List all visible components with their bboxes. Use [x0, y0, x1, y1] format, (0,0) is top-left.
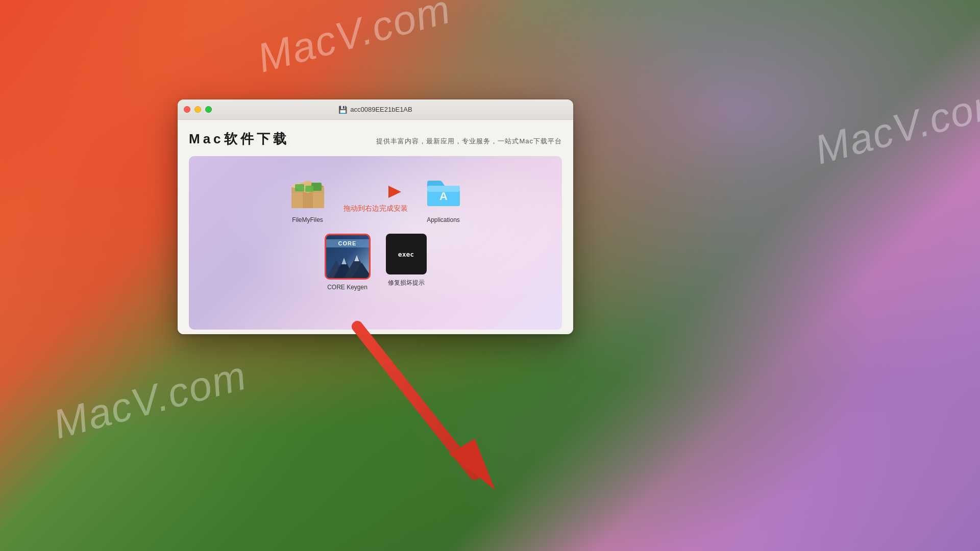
svg-text:A: A: [439, 190, 448, 203]
applications-wrapper: A Applications: [423, 171, 464, 223]
minimize-button[interactable]: [194, 106, 201, 113]
maximize-button[interactable]: [205, 106, 212, 113]
svg-marker-11: [388, 186, 401, 198]
close-button[interactable]: [184, 106, 190, 113]
header-section: Mac软件下载 提供丰富内容，最新应用，专业服务，一站式Mac下载平台: [189, 130, 562, 148]
core-mountain-graphic: [326, 250, 371, 278]
svg-rect-9: [305, 186, 313, 192]
filemyfiles-label: FileMyFiles: [292, 216, 323, 223]
disk-icon: 💾: [338, 106, 347, 114]
app-subtitle: 提供丰富内容，最新应用，专业服务，一站式Mac下载平台: [376, 137, 562, 146]
arrow-container: 拖动到右边完成安装: [344, 182, 408, 213]
svg-rect-6: [303, 193, 313, 208]
core-keygen-wrapper: CORE: [325, 234, 371, 291]
exec-label: 修复损坏提示: [388, 279, 425, 287]
install-arrow: [350, 182, 401, 202]
install-row: FileMyFiles 拖动到右边完成安装: [199, 171, 552, 223]
traffic-lights: [184, 106, 212, 113]
svg-rect-7: [295, 184, 304, 191]
install-instruction: 拖动到右边完成安装: [344, 204, 408, 213]
app-title: Mac软件下载: [189, 130, 289, 148]
applications-label: Applications: [427, 216, 460, 223]
core-keygen-icon[interactable]: CORE: [325, 234, 371, 280]
window-content: Mac软件下载 提供丰富内容，最新应用，专业服务，一站式Mac下载平台: [178, 120, 573, 334]
filemyfiles-icon[interactable]: [287, 171, 328, 212]
install-area: FileMyFiles 拖动到右边完成安装: [189, 156, 562, 330]
applications-folder-icon[interactable]: A: [423, 171, 464, 212]
titlebar: 💾 acc0089EE21bE1AB: [178, 99, 573, 120]
core-label-inside: CORE: [326, 239, 369, 247]
exec-icon[interactable]: exec: [386, 234, 427, 274]
core-keygen-label: CORE Keygen: [327, 284, 368, 291]
bottom-row: CORE: [199, 234, 552, 291]
filemyfiles-wrapper: FileMyFiles: [287, 171, 328, 223]
dmg-window: 💾 acc0089EE21bE1AB Mac软件下载 提供丰富内容，最新应用，专…: [178, 99, 573, 334]
window-title: 💾 acc0089EE21bE1AB: [338, 106, 412, 114]
exec-wrapper: exec 修复损坏提示: [386, 234, 427, 287]
